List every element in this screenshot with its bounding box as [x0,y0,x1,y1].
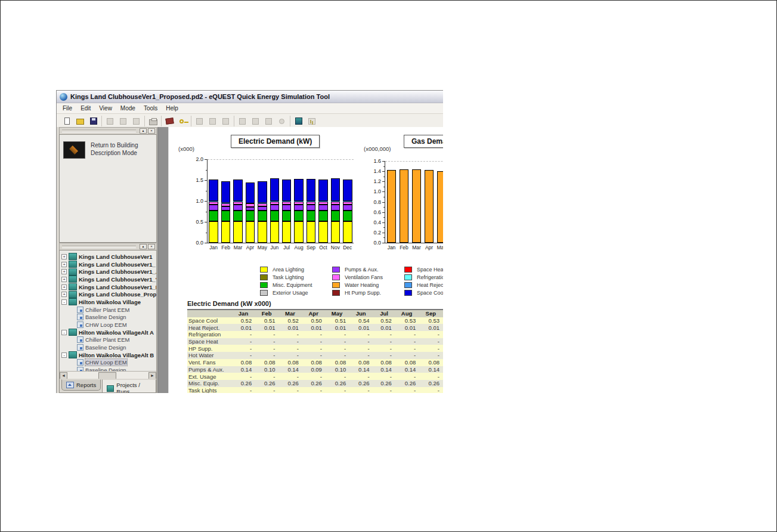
bar-segment-water-heating [425,170,434,243]
pane-close-button[interactable]: × [148,244,155,249]
tree-item-chw-loop-eem[interactable]: CHW Loop EEM [61,359,156,367]
pane-splitter[interactable] [157,127,169,393]
y-axis-tick [382,212,385,213]
expand-toggle-icon[interactable]: + [61,269,67,274]
bar-segment-pumps-aux- [318,205,328,211]
table-cell: - [396,331,420,338]
table-row-misc-equip-: Misc. Equip.0.260.260.260.260.260.260.26… [187,380,443,387]
menu-edit[interactable]: Edit [76,104,95,113]
table-row-vent-fans: Vent. Fans0.080.080.080.080.080.080.080.… [187,359,443,366]
tab-projects-runs[interactable]: Projects / Runs [102,379,156,393]
table-cell: - [303,331,326,338]
legend-swatch [260,274,268,280]
menu-file[interactable]: File [58,104,76,113]
bar-segment-pumps-aux- [282,205,292,211]
menu-tools[interactable]: Tools [140,104,162,113]
table-cell: - [374,331,396,338]
collapse-toggle-icon[interactable]: - [61,330,67,335]
tree-item-kings-land-clubhouse-prop[interactable]: +Kings Land Clubhouse_Prop [61,290,156,298]
sim-toolbar-button[interactable] [293,116,304,126]
legend-label: Space Cooling [417,290,443,296]
collapse-toggle-icon[interactable]: - [61,352,67,358]
legend-entry-ventilation-fans: Ventilation Fans [332,274,383,280]
scroll-right-button[interactable]: ► [148,372,156,379]
tree-item-kings-land-clubhousever1-[interactable]: +Kings Land ClubhouseVer1_. [61,268,156,276]
menu-mode[interactable]: Mode [116,104,140,113]
legend-swatch [404,267,412,273]
tree-item-baseline-design[interactable]: Baseline Design [61,344,156,351]
bar-segment-ventilation-fans [318,202,328,205]
row-label: Pumps & Aux. [187,366,233,373]
y-axis-tick [205,243,208,243]
table-cell: - [233,387,256,393]
scrollbar-track[interactable] [67,372,148,379]
tree-item-label: Kings Land ClubhouseVer1_' [79,276,156,283]
legend-label: Refrigeration [417,274,443,280]
open-toolbar-button[interactable] [75,116,86,126]
table-cell: 0.52 [374,317,396,324]
y-axis-tick [205,222,208,222]
new-toolbar-button[interactable] [61,116,73,126]
scroll-left-button[interactable]: ◄ [60,372,67,379]
save-toolbar-button[interactable] [88,116,99,126]
print-icon [149,119,157,125]
expand-toggle-icon[interactable]: + [61,284,67,290]
equest-app-window: Kings Land ClubhouseVer1_Proposed.pd2 - … [56,90,443,393]
tree-item-label: Chiller Plant EEM [85,307,129,313]
open-icon [76,119,84,125]
collapse-toggle-icon[interactable]: - [61,299,67,305]
table-cell: - [303,373,326,380]
table-cell: 0.01 [256,324,279,331]
scrollbar-thumb[interactable] [98,372,116,379]
table-cell: 0.26 [374,380,396,387]
tree-item-chiller-plant-eem[interactable]: Chiller Plant EEM [61,306,156,314]
column-header-mar: Mar [280,310,303,317]
bar-segment-misc-equipment [318,211,328,221]
tree-item-chiller-plant-eem[interactable]: Chiller Plant EEM [61,336,156,344]
table-cell: 0.14 [350,366,373,373]
pane-collapse-button[interactable]: ▴ [140,244,147,249]
book-toolbar-button[interactable] [164,116,175,126]
expand-toggle-icon[interactable]: + [61,292,67,297]
tab-reports[interactable]: Reports [61,379,101,391]
tree-item-baseline-design[interactable]: Baseline Design [61,314,156,321]
tree-item-hilton-waikoloa-villagealt-b[interactable]: -Hilton Waikoloa VillageAlt B [61,351,156,359]
table-cell: 0.26 [326,380,350,387]
y-axis-tick [205,201,208,202]
pane-collapse-button[interactable]: ▴ [140,128,147,134]
bar-segment-ventilation-fans [233,202,243,205]
tree-item-kings-land-clubhousever1-[interactable]: +Kings Land ClubhouseVer1_' [61,276,156,283]
menu-view[interactable]: View [95,104,116,113]
tree-item-hilton-waikoloa-village[interactable]: -Hilton Waikoloa Village [61,298,156,306]
key-toolbar-button[interactable] [177,116,188,126]
table-cell: - [420,345,443,352]
table-title: Electric Demand (kW x000) [187,300,271,307]
x-axis-label-oct: Oct [317,245,329,250]
project-icon [69,268,77,276]
expand-toggle-icon[interactable]: + [61,262,67,267]
tree-item-kings-land-clubhousever1[interactable]: +Kings Land ClubhouseVer1 [61,253,156,261]
table-cell: - [374,338,396,345]
pane-close-button[interactable]: × [148,128,155,134]
table-cell: - [280,352,303,359]
y-axis-tick [383,227,385,228]
table-cell: - [303,338,326,345]
tree-item-label: Kings Land ClubhouseVer1_ [79,261,156,268]
main-area: ▴ × Return to Building Description Mode … [57,127,443,393]
print-toolbar-button[interactable] [147,116,159,126]
tree-horizontal-scrollbar[interactable]: ◄ ► [60,371,156,379]
tree-item-hilton-waikoloa-villagealt-a[interactable]: -Hilton Waikoloa VillageAlt A [61,329,156,336]
table-cell: 0.26 [396,380,420,387]
expand-toggle-icon[interactable]: + [61,277,67,282]
table-cell: 0.52 [233,317,256,324]
bar-segment-ventilation-fans [258,203,267,207]
menu-help[interactable]: Help [162,104,182,113]
app-icon [60,93,67,101]
expand-toggle-icon[interactable]: + [61,254,67,259]
tree-item-kings-land-clubhousever1-i[interactable]: +Kings Land ClubhouseVer1_I [61,283,156,291]
bar-segment-water-heating [387,170,397,243]
return-to-building-mode-button[interactable]: Return to Building Description Mode [60,135,156,165]
tree-item-chw-loop-eem[interactable]: CHW Loop EEM [61,321,156,329]
table-cell: - [280,331,303,338]
tree-item-kings-land-clubhousever1-[interactable]: +Kings Land ClubhouseVer1_ [61,261,156,268]
